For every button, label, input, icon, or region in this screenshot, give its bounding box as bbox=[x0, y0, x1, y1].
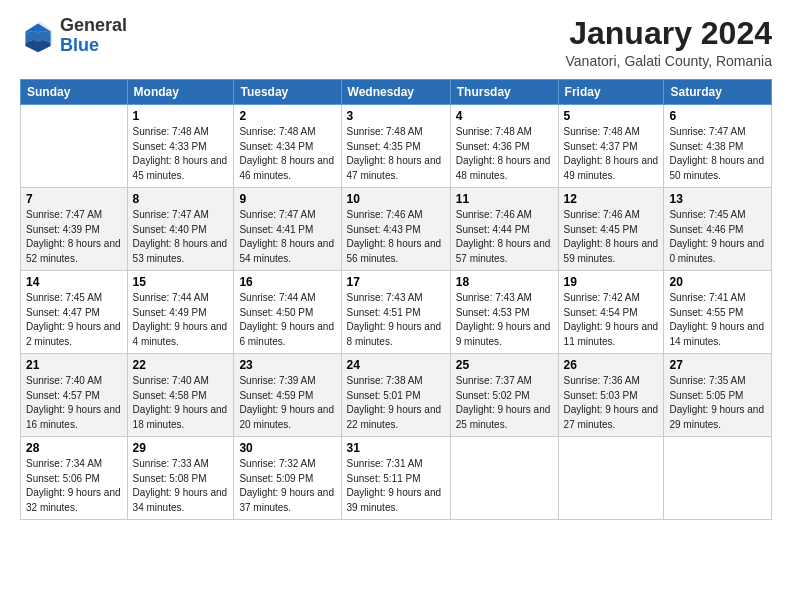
day-number: 3 bbox=[347, 109, 445, 123]
calendar-cell: 27 Sunrise: 7:35 AMSunset: 5:05 PMDaylig… bbox=[664, 354, 772, 437]
week-row-1: 1 Sunrise: 7:48 AMSunset: 4:33 PMDayligh… bbox=[21, 105, 772, 188]
day-number: 28 bbox=[26, 441, 122, 455]
calendar-cell: 30 Sunrise: 7:32 AMSunset: 5:09 PMDaylig… bbox=[234, 437, 341, 520]
day-number: 7 bbox=[26, 192, 122, 206]
day-info: Sunrise: 7:40 AMSunset: 4:58 PMDaylight:… bbox=[133, 375, 228, 430]
day-number: 26 bbox=[564, 358, 659, 372]
week-row-5: 28 Sunrise: 7:34 AMSunset: 5:06 PMDaylig… bbox=[21, 437, 772, 520]
calendar-cell: 10 Sunrise: 7:46 AMSunset: 4:43 PMDaylig… bbox=[341, 188, 450, 271]
calendar-cell: 8 Sunrise: 7:47 AMSunset: 4:40 PMDayligh… bbox=[127, 188, 234, 271]
logo: General Blue bbox=[20, 16, 127, 56]
title-block: January 2024 Vanatori, Galati County, Ro… bbox=[566, 16, 772, 69]
calendar-cell: 19 Sunrise: 7:42 AMSunset: 4:54 PMDaylig… bbox=[558, 271, 664, 354]
day-info: Sunrise: 7:44 AMSunset: 4:50 PMDaylight:… bbox=[239, 292, 334, 347]
day-number: 12 bbox=[564, 192, 659, 206]
col-friday: Friday bbox=[558, 80, 664, 105]
calendar-cell: 4 Sunrise: 7:48 AMSunset: 4:36 PMDayligh… bbox=[450, 105, 558, 188]
day-number: 23 bbox=[239, 358, 335, 372]
day-info: Sunrise: 7:36 AMSunset: 5:03 PMDaylight:… bbox=[564, 375, 659, 430]
page: General Blue January 2024 Vanatori, Gala… bbox=[0, 0, 792, 612]
day-number: 17 bbox=[347, 275, 445, 289]
day-info: Sunrise: 7:47 AMSunset: 4:39 PMDaylight:… bbox=[26, 209, 121, 264]
calendar-cell: 7 Sunrise: 7:47 AMSunset: 4:39 PMDayligh… bbox=[21, 188, 128, 271]
calendar-cell: 24 Sunrise: 7:38 AMSunset: 5:01 PMDaylig… bbox=[341, 354, 450, 437]
col-saturday: Saturday bbox=[664, 80, 772, 105]
day-info: Sunrise: 7:45 AMSunset: 4:46 PMDaylight:… bbox=[669, 209, 764, 264]
calendar-cell: 1 Sunrise: 7:48 AMSunset: 4:33 PMDayligh… bbox=[127, 105, 234, 188]
calendar-cell bbox=[21, 105, 128, 188]
day-number: 24 bbox=[347, 358, 445, 372]
calendar-cell: 13 Sunrise: 7:45 AMSunset: 4:46 PMDaylig… bbox=[664, 188, 772, 271]
calendar-table: Sunday Monday Tuesday Wednesday Thursday… bbox=[20, 79, 772, 520]
day-info: Sunrise: 7:48 AMSunset: 4:33 PMDaylight:… bbox=[133, 126, 228, 181]
logo-general-text: General bbox=[60, 16, 127, 36]
calendar-cell: 20 Sunrise: 7:41 AMSunset: 4:55 PMDaylig… bbox=[664, 271, 772, 354]
day-info: Sunrise: 7:45 AMSunset: 4:47 PMDaylight:… bbox=[26, 292, 121, 347]
col-tuesday: Tuesday bbox=[234, 80, 341, 105]
day-info: Sunrise: 7:47 AMSunset: 4:40 PMDaylight:… bbox=[133, 209, 228, 264]
calendar-cell: 29 Sunrise: 7:33 AMSunset: 5:08 PMDaylig… bbox=[127, 437, 234, 520]
calendar-cell: 5 Sunrise: 7:48 AMSunset: 4:37 PMDayligh… bbox=[558, 105, 664, 188]
logo-blue-text: Blue bbox=[60, 36, 127, 56]
calendar-cell: 26 Sunrise: 7:36 AMSunset: 5:03 PMDaylig… bbox=[558, 354, 664, 437]
day-number: 29 bbox=[133, 441, 229, 455]
day-info: Sunrise: 7:38 AMSunset: 5:01 PMDaylight:… bbox=[347, 375, 442, 430]
logo-icon bbox=[20, 18, 56, 54]
day-info: Sunrise: 7:32 AMSunset: 5:09 PMDaylight:… bbox=[239, 458, 334, 513]
day-number: 22 bbox=[133, 358, 229, 372]
calendar-cell: 3 Sunrise: 7:48 AMSunset: 4:35 PMDayligh… bbox=[341, 105, 450, 188]
calendar-cell: 18 Sunrise: 7:43 AMSunset: 4:53 PMDaylig… bbox=[450, 271, 558, 354]
day-number: 18 bbox=[456, 275, 553, 289]
day-info: Sunrise: 7:34 AMSunset: 5:06 PMDaylight:… bbox=[26, 458, 121, 513]
day-info: Sunrise: 7:47 AMSunset: 4:38 PMDaylight:… bbox=[669, 126, 764, 181]
day-number: 21 bbox=[26, 358, 122, 372]
day-number: 1 bbox=[133, 109, 229, 123]
day-info: Sunrise: 7:44 AMSunset: 4:49 PMDaylight:… bbox=[133, 292, 228, 347]
calendar-cell: 22 Sunrise: 7:40 AMSunset: 4:58 PMDaylig… bbox=[127, 354, 234, 437]
day-info: Sunrise: 7:35 AMSunset: 5:05 PMDaylight:… bbox=[669, 375, 764, 430]
day-info: Sunrise: 7:48 AMSunset: 4:37 PMDaylight:… bbox=[564, 126, 659, 181]
day-number: 27 bbox=[669, 358, 766, 372]
calendar-cell: 9 Sunrise: 7:47 AMSunset: 4:41 PMDayligh… bbox=[234, 188, 341, 271]
day-number: 10 bbox=[347, 192, 445, 206]
day-number: 25 bbox=[456, 358, 553, 372]
calendar-cell bbox=[664, 437, 772, 520]
calendar-cell: 28 Sunrise: 7:34 AMSunset: 5:06 PMDaylig… bbox=[21, 437, 128, 520]
calendar-cell: 12 Sunrise: 7:46 AMSunset: 4:45 PMDaylig… bbox=[558, 188, 664, 271]
col-monday: Monday bbox=[127, 80, 234, 105]
day-info: Sunrise: 7:42 AMSunset: 4:54 PMDaylight:… bbox=[564, 292, 659, 347]
day-number: 20 bbox=[669, 275, 766, 289]
calendar-cell bbox=[450, 437, 558, 520]
calendar-cell: 14 Sunrise: 7:45 AMSunset: 4:47 PMDaylig… bbox=[21, 271, 128, 354]
day-number: 19 bbox=[564, 275, 659, 289]
col-sunday: Sunday bbox=[21, 80, 128, 105]
day-info: Sunrise: 7:39 AMSunset: 4:59 PMDaylight:… bbox=[239, 375, 334, 430]
calendar-cell: 21 Sunrise: 7:40 AMSunset: 4:57 PMDaylig… bbox=[21, 354, 128, 437]
day-info: Sunrise: 7:48 AMSunset: 4:36 PMDaylight:… bbox=[456, 126, 551, 181]
calendar-cell: 23 Sunrise: 7:39 AMSunset: 4:59 PMDaylig… bbox=[234, 354, 341, 437]
day-info: Sunrise: 7:37 AMSunset: 5:02 PMDaylight:… bbox=[456, 375, 551, 430]
calendar-cell: 6 Sunrise: 7:47 AMSunset: 4:38 PMDayligh… bbox=[664, 105, 772, 188]
day-number: 4 bbox=[456, 109, 553, 123]
day-info: Sunrise: 7:41 AMSunset: 4:55 PMDaylight:… bbox=[669, 292, 764, 347]
header: General Blue January 2024 Vanatori, Gala… bbox=[20, 16, 772, 69]
header-row: Sunday Monday Tuesday Wednesday Thursday… bbox=[21, 80, 772, 105]
calendar-cell: 11 Sunrise: 7:46 AMSunset: 4:44 PMDaylig… bbox=[450, 188, 558, 271]
calendar-cell bbox=[558, 437, 664, 520]
day-info: Sunrise: 7:43 AMSunset: 4:53 PMDaylight:… bbox=[456, 292, 551, 347]
day-info: Sunrise: 7:33 AMSunset: 5:08 PMDaylight:… bbox=[133, 458, 228, 513]
calendar-cell: 16 Sunrise: 7:44 AMSunset: 4:50 PMDaylig… bbox=[234, 271, 341, 354]
col-thursday: Thursday bbox=[450, 80, 558, 105]
day-info: Sunrise: 7:46 AMSunset: 4:44 PMDaylight:… bbox=[456, 209, 551, 264]
day-info: Sunrise: 7:48 AMSunset: 4:34 PMDaylight:… bbox=[239, 126, 334, 181]
day-info: Sunrise: 7:40 AMSunset: 4:57 PMDaylight:… bbox=[26, 375, 121, 430]
day-number: 11 bbox=[456, 192, 553, 206]
day-number: 30 bbox=[239, 441, 335, 455]
day-number: 31 bbox=[347, 441, 445, 455]
calendar-cell: 25 Sunrise: 7:37 AMSunset: 5:02 PMDaylig… bbox=[450, 354, 558, 437]
day-number: 9 bbox=[239, 192, 335, 206]
day-number: 6 bbox=[669, 109, 766, 123]
day-number: 16 bbox=[239, 275, 335, 289]
day-number: 2 bbox=[239, 109, 335, 123]
week-row-2: 7 Sunrise: 7:47 AMSunset: 4:39 PMDayligh… bbox=[21, 188, 772, 271]
